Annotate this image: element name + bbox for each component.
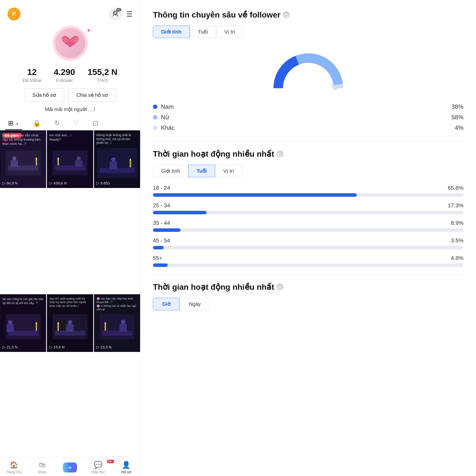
legend-male: Nam 38% [153,103,463,110]
decorative-dot [87,29,90,32]
svg-rect-40 [120,324,127,331]
video-views-3: ▷ 9.853 [97,181,110,185]
video-item-1[interactable]: Đã ghim tại sao giờ này vẫn chưa ngủ bộ … [0,130,46,188]
avatar-inner [55,28,85,58]
svg-point-36 [57,322,59,325]
video-item-5[interactable]: đau nhỉ, phải gượng cười khi thấy họ hạn… [47,294,93,352]
nav-profile-label: Hồ sơ [121,470,131,474]
time-tab-hour[interactable]: Giờ [153,298,180,310]
follower-info-icon[interactable]: ⓘ [283,12,290,18]
bar-fill-35-44 [153,228,180,232]
age-bars-container: 18 - 24 65.6% 25 - 34 17.3% 35 - 44 8.9% [153,185,463,267]
plus-icon: ＋ [66,463,73,472]
activity-filter-location[interactable]: Vị trí [215,165,242,177]
tab-dropdown-icon: ▼ [15,122,19,126]
activity-filter-tabs: Giới tính Tuổi Vị trí [153,165,463,177]
share-profile-button[interactable]: Chia sẻ hồ sơ [68,88,116,102]
age-row-55plus: 55+ 4.8% [153,255,463,267]
video-caption-5: đau nhỉ, phải gượng cười khi thấy họ hạn… [49,297,90,308]
nav-profile[interactable]: 👤 Hồ sơ [112,461,140,474]
video-grid: Đã ghim tại sao giờ này vẫn chưa ngủ bộ … [0,130,140,457]
other-pct: 4% [455,124,463,131]
female-label: Nữ [161,114,169,121]
svg-point-22 [130,159,131,161]
age-row-25-34: 25 - 34 17.3% [153,202,463,214]
follower-filter-tabs: Giới tính Tuổi Vị trí [153,26,463,38]
age-pct-55plus: 4.8% [451,255,463,261]
video-views-6: ▷ 23,3 N [97,345,112,349]
age-label-35-44: 35 - 44 [153,220,170,226]
svg-point-20 [111,157,116,162]
nav-create[interactable]: ＋ [56,461,84,474]
video-views-1: ▷ 94,9 N [3,181,18,185]
tab-videos[interactable]: ⊞ ▼ [5,116,22,130]
followers-label: Follower [56,78,73,83]
video-thumb-6: 🌸 sao dạo này mày hay thức khuya thế...?… [94,294,140,352]
female-dot [153,115,157,120]
time-info-icon[interactable]: ⓘ [277,284,283,290]
activity-section-title: Thời gian hoạt động nhiều nhất ⓘ [153,149,463,159]
svg-rect-21 [130,160,131,167]
time-tab-day[interactable]: Ngày [180,298,210,310]
nav-inbox-label: Hộp thư [92,470,105,474]
tab-liked[interactable]: ♡ [70,116,82,130]
tab-repost[interactable]: ↻ [51,116,63,130]
other-label: Khác [161,124,175,131]
legend-other: Khác 4% [153,124,463,131]
nav-home[interactable]: 🏠 Trang chủ [0,461,28,474]
edit-profile-button[interactable]: Sửa hồ sơ [24,88,64,102]
divider-1 [153,141,463,142]
svg-point-13 [77,156,81,160]
notification-count: 99 [116,8,121,12]
video-thumb-4: tại sao cũng là con gái mà sao lại đối x… [0,294,46,352]
video-caption-4: tại sao cũng là con gái mà sao lại đối x… [3,297,44,305]
stat-likes: 155,2 N Thích [88,67,118,83]
bar-fill-45-54 [153,246,164,249]
video-item-4[interactable]: tại sao cũng là con gái mà sao lại đối x… [0,294,46,352]
filter-tab-gender[interactable]: Giới tính [153,26,190,38]
tab-tagged[interactable]: ⊡ [90,116,101,130]
bar-track-35-44 [153,228,463,232]
tab-private[interactable]: 🔒 [30,116,44,130]
activity-info-icon[interactable]: ⓘ [277,151,283,157]
video-item-2[interactable]: em nhớ anh....!Ready? ▷ 436,6 N [47,130,93,188]
notification-button[interactable]: 99 [109,8,122,21]
action-buttons: Sửa hồ sơ Chia sẻ hồ sơ [24,88,116,102]
p-badge-icon: P [8,8,21,21]
likes-label: Thích [97,78,108,83]
activity-filter-age[interactable]: Tuổi [188,165,215,177]
video-item-3[interactable]: không nhận không phải là không nhớ, mà s… [94,130,140,188]
time-filter-tabs: Giờ Ngày [153,298,463,310]
time-section-title: Thời gian hoạt động nhiều nhất ⓘ [153,282,463,292]
shop-icon: 🛍 [39,461,46,469]
svg-rect-42 [105,324,106,331]
video-views-2: ▷ 436,6 N [49,181,67,185]
inbox-badge: 99+ [107,460,114,463]
male-dot [153,105,157,109]
video-thumb-1: Đã ghim tại sao giờ này vẫn chưa ngủ bộ … [0,130,46,188]
bar-fill-18-24 [153,193,357,197]
home-icon: 🏠 [10,461,18,469]
create-button[interactable]: ＋ [63,462,77,472]
svg-point-34 [68,320,72,325]
divider-2 [153,274,463,275]
svg-point-29 [36,322,37,325]
age-pct-45-54: 3.5% [451,237,463,244]
nav-inbox[interactable]: 💬 99+ Hộp thư [84,461,112,474]
svg-rect-19 [110,162,117,169]
nav-shop[interactable]: 🛍 Shop [28,461,56,474]
activity-filter-gender[interactable]: Giới tính [153,165,188,177]
age-label-55plus: 55+ [153,255,162,261]
svg-rect-12 [75,160,82,167]
svg-rect-33 [66,324,74,332]
donut-chart [266,46,351,96]
video-caption-3: không nhận không phải là không nhớ, mà s… [97,133,138,145]
svg-point-6 [12,156,16,160]
video-views-5: ▷ 19,6 N [49,345,64,349]
video-item-6[interactable]: 🌸 sao dạo này mày hay thức khuya thế...?… [94,294,140,352]
filter-tab-age[interactable]: Tuổi [190,26,216,38]
menu-icon[interactable]: ☰ [126,10,133,18]
stat-following: 12 Đã follow [23,67,41,83]
filter-tab-location[interactable]: Vị trí [216,26,243,38]
age-pct-18-24: 65.6% [448,185,463,191]
